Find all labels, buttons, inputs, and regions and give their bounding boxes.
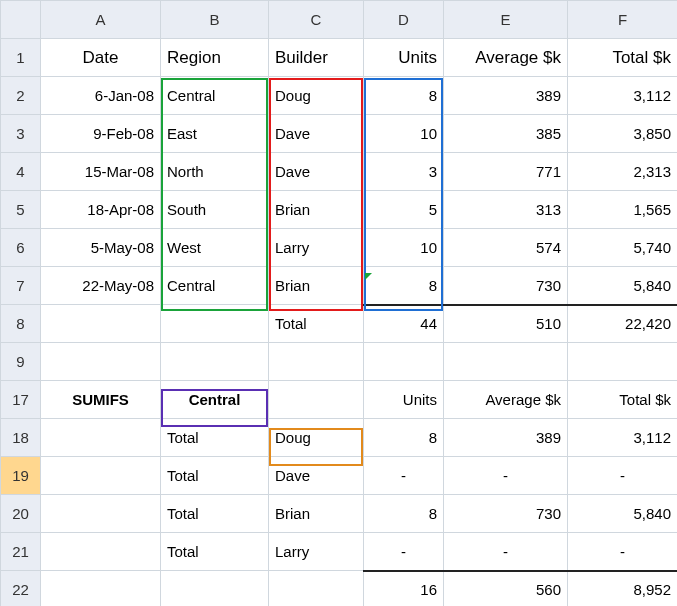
cell-F6[interactable]: 5,740 [568, 229, 678, 267]
row-3[interactable]: 3 9-Feb-08 East Dave 10 385 3,850 [1, 115, 678, 153]
row-header-7[interactable]: 7 [1, 267, 41, 305]
cell-E22[interactable]: 560 [444, 571, 568, 607]
cell-E1[interactable]: Average $k [444, 39, 568, 77]
cell-D2[interactable]: 8 [364, 77, 444, 115]
cell-E19[interactable]: - [444, 457, 568, 495]
cell-A1[interactable]: Date [41, 39, 161, 77]
col-header-E[interactable]: E [444, 1, 568, 39]
cell-C17[interactable] [269, 381, 364, 419]
cell-B17[interactable]: Central [161, 381, 269, 419]
cell-E4[interactable]: 771 [444, 153, 568, 191]
row-header-17[interactable]: 17 [1, 381, 41, 419]
row-header-18[interactable]: 18 [1, 419, 41, 457]
cell-B20[interactable]: Total [161, 495, 269, 533]
cell-B21[interactable]: Total [161, 533, 269, 571]
row-19[interactable]: 19 Total Dave - - - [1, 457, 678, 495]
cell-F18[interactable]: 3,112 [568, 419, 678, 457]
col-header-D[interactable]: D [364, 1, 444, 39]
cell-C3[interactable]: Dave [269, 115, 364, 153]
cell-A3[interactable]: 9-Feb-08 [41, 115, 161, 153]
cell-B4[interactable]: North [161, 153, 269, 191]
cell-A22[interactable] [41, 571, 161, 607]
cell-E7[interactable]: 730 [444, 267, 568, 305]
cell-D21[interactable]: - [364, 533, 444, 571]
cell-B3[interactable]: East [161, 115, 269, 153]
cell-F8[interactable]: 22,420 [568, 305, 678, 343]
row-header-22[interactable]: 22 [1, 571, 41, 607]
cell-A21[interactable] [41, 533, 161, 571]
spreadsheet[interactable]: A B C D E F 1 Date Region Builder Units … [0, 0, 677, 606]
cell-C8[interactable]: Total [269, 305, 364, 343]
row-6[interactable]: 6 5-May-08 West Larry 10 574 5,740 [1, 229, 678, 267]
cell-E21[interactable]: - [444, 533, 568, 571]
cell-A17[interactable]: SUMIFS [41, 381, 161, 419]
cell-C1[interactable]: Builder [269, 39, 364, 77]
cell-B19[interactable]: Total [161, 457, 269, 495]
row-17[interactable]: 17 SUMIFS Central Units Average $k Total… [1, 381, 678, 419]
cell-D19[interactable]: - [364, 457, 444, 495]
cell-A8[interactable] [41, 305, 161, 343]
row-header-21[interactable]: 21 [1, 533, 41, 571]
cell-D9[interactable] [364, 343, 444, 381]
cell-D4[interactable]: 3 [364, 153, 444, 191]
cell-C4[interactable]: Dave [269, 153, 364, 191]
row-2[interactable]: 2 6-Jan-08 Central Doug 8 389 3,112 [1, 77, 678, 115]
cell-C5[interactable]: Brian [269, 191, 364, 229]
cell-F17[interactable]: Total $k [568, 381, 678, 419]
cell-B18[interactable]: Total [161, 419, 269, 457]
cell-F19[interactable]: - [568, 457, 678, 495]
cell-A20[interactable] [41, 495, 161, 533]
row-header-2[interactable]: 2 [1, 77, 41, 115]
row-5[interactable]: 5 18-Apr-08 South Brian 5 313 1,565 [1, 191, 678, 229]
cell-E17[interactable]: Average $k [444, 381, 568, 419]
cell-E6[interactable]: 574 [444, 229, 568, 267]
cell-F20[interactable]: 5,840 [568, 495, 678, 533]
cell-F9[interactable] [568, 343, 678, 381]
cell-C6[interactable]: Larry [269, 229, 364, 267]
cell-D8[interactable]: 44 [364, 305, 444, 343]
col-header-F[interactable]: F [568, 1, 678, 39]
row-7[interactable]: 7 22-May-08 Central Brian 8 730 5,840 [1, 267, 678, 305]
row-21[interactable]: 21 Total Larry - - - [1, 533, 678, 571]
row-header-1[interactable]: 1 [1, 39, 41, 77]
row-1[interactable]: 1 Date Region Builder Units Average $k T… [1, 39, 678, 77]
cell-E9[interactable] [444, 343, 568, 381]
cell-E20[interactable]: 730 [444, 495, 568, 533]
cell-B8[interactable] [161, 305, 269, 343]
row-header-8[interactable]: 8 [1, 305, 41, 343]
row-8[interactable]: 8 Total 44 510 22,420 [1, 305, 678, 343]
row-4[interactable]: 4 15-Mar-08 North Dave 3 771 2,313 [1, 153, 678, 191]
col-header-B[interactable]: B [161, 1, 269, 39]
row-header-20[interactable]: 20 [1, 495, 41, 533]
cell-C20[interactable]: Brian [269, 495, 364, 533]
cell-D3[interactable]: 10 [364, 115, 444, 153]
grid-table[interactable]: A B C D E F 1 Date Region Builder Units … [0, 0, 677, 606]
cell-D22[interactable]: 16 [364, 571, 444, 607]
cell-A6[interactable]: 5-May-08 [41, 229, 161, 267]
cell-F7[interactable]: 5,840 [568, 267, 678, 305]
cell-F22[interactable]: 8,952 [568, 571, 678, 607]
cell-E3[interactable]: 385 [444, 115, 568, 153]
cell-B7[interactable]: Central [161, 267, 269, 305]
cell-D5[interactable]: 5 [364, 191, 444, 229]
col-header-A[interactable]: A [41, 1, 161, 39]
cell-B5[interactable]: South [161, 191, 269, 229]
row-header-9[interactable]: 9 [1, 343, 41, 381]
cell-C2[interactable]: Doug [269, 77, 364, 115]
cell-A5[interactable]: 18-Apr-08 [41, 191, 161, 229]
cell-A4[interactable]: 15-Mar-08 [41, 153, 161, 191]
cell-C7[interactable]: Brian [269, 267, 364, 305]
cell-E8[interactable]: 510 [444, 305, 568, 343]
cell-A2[interactable]: 6-Jan-08 [41, 77, 161, 115]
row-header-5[interactable]: 5 [1, 191, 41, 229]
cell-D17[interactable]: Units [364, 381, 444, 419]
cell-A7[interactable]: 22-May-08 [41, 267, 161, 305]
cell-B22[interactable] [161, 571, 269, 607]
row-20[interactable]: 20 Total Brian 8 730 5,840 [1, 495, 678, 533]
cell-C19[interactable]: Dave [269, 457, 364, 495]
row-header-6[interactable]: 6 [1, 229, 41, 267]
cell-F21[interactable]: - [568, 533, 678, 571]
cell-F4[interactable]: 2,313 [568, 153, 678, 191]
cell-F3[interactable]: 3,850 [568, 115, 678, 153]
cell-A18[interactable] [41, 419, 161, 457]
